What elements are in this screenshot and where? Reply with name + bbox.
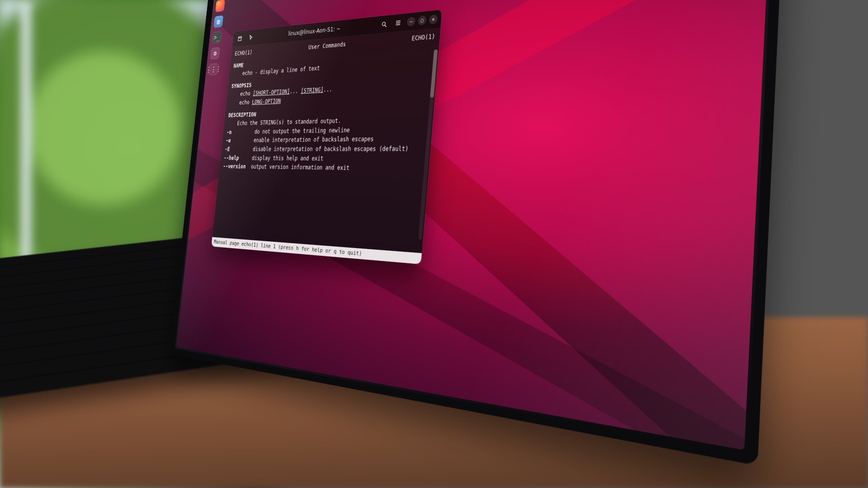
terminal-content[interactable]: ECHO(1) User Commands ECHO(1) NAME echo … — [212, 28, 440, 253]
terminal-icon[interactable]: >_ — [212, 31, 222, 43]
search-icon[interactable] — [378, 18, 390, 31]
settings-icon[interactable]: ⚙ — [210, 47, 220, 59]
firefox-icon[interactable] — [215, 0, 225, 12]
laptop-lid: ▥ >_ ⚙ ⋮⋮⋮ linux@linux-Aon-S1: ~ — [170, 0, 784, 466]
apps-icon[interactable]: ⋮⋮⋮ — [208, 63, 218, 75]
menu-icon[interactable] — [392, 16, 404, 30]
photo-backdrop: ▥ >_ ⚙ ⋮⋮⋮ linux@linux-Aon-S1: ~ — [0, 0, 868, 488]
maximize-button[interactable]: ▢ — [418, 15, 427, 26]
laptop: ▥ >_ ⚙ ⋮⋮⋮ linux@linux-Aon-S1: ~ — [0, 0, 868, 488]
minimize-button[interactable]: – — [407, 17, 416, 27]
files-icon[interactable]: ▥ — [213, 15, 223, 28]
laptop-screen: ▥ >_ ⚙ ⋮⋮⋮ linux@linux-Aon-S1: ~ — [176, 0, 770, 450]
option-row: -Edisable interpretation of backslash es… — [224, 144, 426, 154]
window-controls: – ▢ ✕ — [407, 14, 438, 26]
cursor-icon — [246, 32, 256, 43]
man-header-center: User Commands — [308, 40, 346, 52]
man-header-right: ECHO(1) — [411, 32, 436, 43]
close-button[interactable]: ✕ — [429, 14, 438, 24]
terminal-window[interactable]: linux@linux-Aon-S1: ~ – ▢ ✕ — [211, 9, 442, 264]
man-header-left: ECHO(1) — [235, 48, 253, 58]
option-row: --versionoutput version information and … — [222, 162, 424, 174]
new-tab-button[interactable] — [235, 33, 245, 45]
